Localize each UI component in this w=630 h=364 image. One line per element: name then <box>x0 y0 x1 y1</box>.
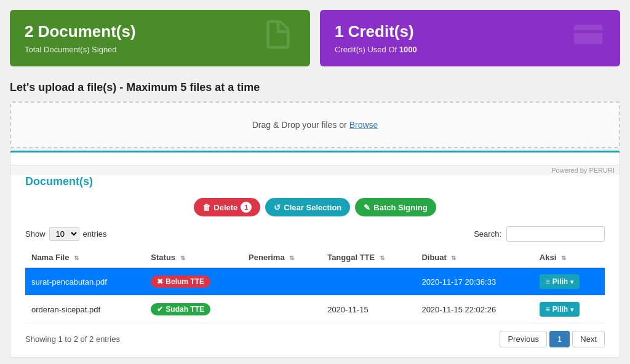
clear-selection-button[interactable]: ↺ Clear Selection <box>265 198 350 216</box>
cell-dibuat: 2020-11-17 20:36:33 <box>415 267 533 296</box>
search-box: Search: <box>474 226 605 242</box>
batch-signing-button[interactable]: ✎ Batch Signing <box>355 198 436 216</box>
svg-rect-0 <box>574 25 603 45</box>
cell-nama-file: orderan-sicepat.pdf <box>25 296 145 323</box>
table-footer: Showing 1 to 2 of 2 entries Previous 1 N… <box>25 331 605 347</box>
browse-link[interactable]: Browse <box>349 120 378 130</box>
page-1-button[interactable]: 1 <box>549 331 570 347</box>
refresh-icon: ↺ <box>274 203 281 212</box>
status-badge: ✔ Sudah TTE <box>151 303 210 315</box>
cell-penerima <box>242 296 321 323</box>
status-icon: ✔ <box>157 305 163 314</box>
col-nama-file: Nama File ⇅ <box>25 248 145 267</box>
table-controls: Show 10 25 50 entries Search: <box>25 226 605 242</box>
cell-penerima <box>242 267 321 296</box>
list-icon: ≡ <box>546 305 550 314</box>
main-panel: Powered by PERURI Document(s) 🗑 Delete 1… <box>10 151 620 358</box>
pagination: Previous 1 Next <box>500 331 605 347</box>
sort-icon-dibuat: ⇅ <box>451 255 456 261</box>
col-tanggal-tte: Tanggal TTE ⇅ <box>321 248 415 267</box>
credits-card-title: 1 Credit(s) <box>335 22 605 41</box>
upload-dropzone[interactable]: Drag & Drop your files or Browse <box>10 101 620 148</box>
upload-section: Let's upload a file(s) - Maximum 5 files… <box>10 81 620 148</box>
entries-select[interactable]: 10 25 50 <box>49 227 79 241</box>
documents-card-title: 2 Document(s) <box>25 22 295 41</box>
col-dibuat: Dibuat ⇅ <box>415 248 533 267</box>
credits-card-icon <box>571 17 605 59</box>
sort-icon-status: ⇅ <box>180 255 185 261</box>
cell-tanggal-tte <box>321 267 415 296</box>
upload-title: Let's upload a file(s) - Maximum 5 files… <box>10 81 620 94</box>
search-label: Search: <box>474 229 501 239</box>
cell-aksi[interactable]: ≡ Pilih ▾ <box>533 267 605 296</box>
list-icon: ≡ <box>546 277 550 286</box>
search-input[interactable] <box>506 226 605 242</box>
trash-icon: 🗑 <box>202 203 210 212</box>
cell-status: ✔ Sudah TTE <box>145 296 242 323</box>
next-button[interactable]: Next <box>572 331 605 347</box>
documents-card-subtitle: Total Document(s) Signed <box>25 45 295 54</box>
cell-tanggal-tte: 2020-11-15 <box>321 296 415 323</box>
sort-icon-aksi: ⇅ <box>561 255 566 261</box>
cell-status: ✖ Belum TTE <box>145 267 242 296</box>
col-aksi: Aksi ⇅ <box>533 248 605 267</box>
sort-icon-penerima: ⇅ <box>289 255 294 261</box>
delete-count-badge: 1 <box>241 202 252 213</box>
documents-table: Nama File ⇅ Status ⇅ Penerima ⇅ Tanggal … <box>25 248 605 323</box>
credits-card: 1 Credit(s) Credit(s) Used Of 1000 <box>320 10 620 66</box>
documents-card: 2 Document(s) Total Document(s) Signed <box>10 10 310 66</box>
table-row[interactable]: surat-pencabutan.pdf ✖ Belum TTE 2020-11… <box>25 267 605 296</box>
sort-icon-tanggal: ⇅ <box>380 255 385 261</box>
cell-dibuat: 2020-11-15 22:02:26 <box>415 296 533 323</box>
powered-bar: Powered by PERURI <box>10 165 620 175</box>
sort-icon-nama: ⇅ <box>74 255 79 261</box>
top-cards: 2 Document(s) Total Document(s) Signed 1… <box>10 10 620 66</box>
previous-button[interactable]: Previous <box>500 331 547 347</box>
caret-icon: ▾ <box>570 279 573 285</box>
sign-icon: ✎ <box>364 203 370 212</box>
status-icon: ✖ <box>157 277 163 286</box>
col-penerima: Penerima ⇅ <box>242 248 321 267</box>
panel-title: Document(s) <box>25 175 605 188</box>
show-entries: Show 10 25 50 entries <box>25 227 107 241</box>
pilih-button[interactable]: ≡ Pilih ▾ <box>540 274 580 289</box>
col-status: Status ⇅ <box>145 248 242 267</box>
showing-text: Showing 1 to 2 of 2 entries <box>25 334 120 344</box>
delete-button[interactable]: 🗑 Delete 1 <box>194 198 260 216</box>
caret-icon: ▾ <box>570 306 573 313</box>
cell-nama-file: surat-pencabutan.pdf <box>25 267 145 296</box>
toolbar: 🗑 Delete 1 ↺ Clear Selection ✎ Batch Sig… <box>25 198 605 216</box>
cell-aksi[interactable]: ≡ Pilih ▾ <box>533 296 605 323</box>
table-header-row: Nama File ⇅ Status ⇅ Penerima ⇅ Tanggal … <box>25 248 605 267</box>
status-badge: ✖ Belum TTE <box>151 275 210 288</box>
table-body: surat-pencabutan.pdf ✖ Belum TTE 2020-11… <box>25 267 605 323</box>
credits-card-subtitle: Credit(s) Used Of 1000 <box>335 45 605 54</box>
documents-card-icon <box>261 17 295 59</box>
table-row[interactable]: orderan-sicepat.pdf ✔ Sudah TTE 2020-11-… <box>25 296 605 323</box>
pilih-button[interactable]: ≡ Pilih ▾ <box>540 302 580 317</box>
